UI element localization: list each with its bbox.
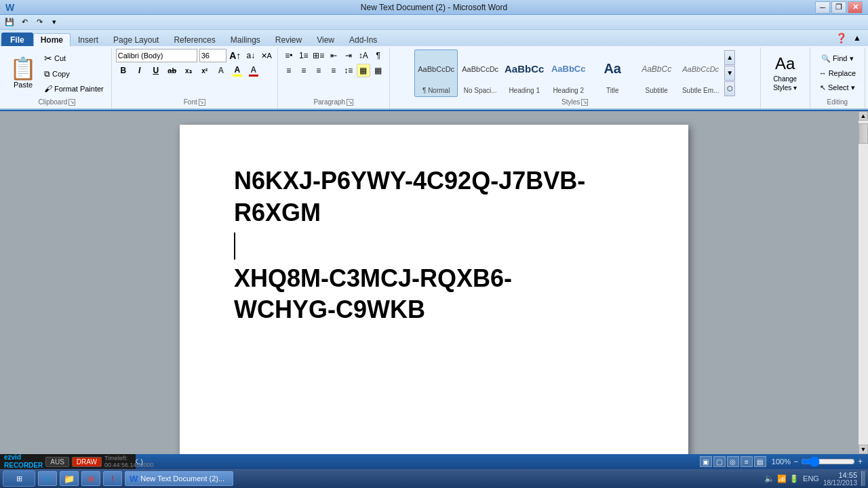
styles-scroll-more[interactable]: ⬡	[724, 81, 735, 96]
tab-references[interactable]: References	[166, 33, 222, 46]
draft-view-button[interactable]: ▤	[754, 456, 766, 467]
clear-formatting-button[interactable]: ✕A	[260, 49, 273, 62]
show-desktop-button[interactable]	[861, 471, 865, 486]
font-name-input[interactable]	[116, 49, 197, 62]
paragraph-row-2: ≡ ≡ ≡ ≡ ↕≡ ▦ ▦	[282, 64, 385, 77]
scroll-down-arrow[interactable]: ▼	[859, 445, 868, 454]
show-marks-button[interactable]: ¶	[372, 49, 385, 62]
font-grow-button[interactable]: A↑	[229, 49, 242, 62]
full-screen-button[interactable]: ▢	[713, 456, 726, 467]
zoom-in-icon[interactable]: +	[858, 457, 863, 466]
align-center-button[interactable]: ≡	[297, 64, 311, 77]
font-color-button[interactable]: A	[246, 64, 261, 77]
select-button[interactable]: ↖ Select ▾	[815, 81, 860, 94]
text-effects-button[interactable]: A	[214, 64, 229, 77]
multilevel-list-button[interactable]: ⊞≡	[312, 49, 326, 62]
customize-qat-button[interactable]: ▾	[47, 16, 61, 28]
style-item-subtitle[interactable]: AaBbCc Subtitle	[635, 49, 678, 97]
decrease-indent-button[interactable]: ⇤	[327, 49, 340, 62]
align-left-button[interactable]: ≡	[282, 64, 296, 77]
change-styles-icon: Aа	[775, 54, 795, 73]
style-item-normal[interactable]: AaBbCcDc ¶ Normal	[414, 49, 458, 97]
print-layout-button[interactable]: ▣	[700, 456, 712, 467]
restore-button[interactable]: ❐	[831, 1, 846, 14]
taskbar-item-ie[interactable]: e	[38, 471, 57, 486]
close-button[interactable]: ✕	[848, 1, 863, 14]
replace-button[interactable]: ↔ Replace	[814, 67, 861, 79]
find-button[interactable]: 🔍 Find ▾	[816, 52, 858, 65]
minimize-button[interactable]: ─	[815, 1, 830, 14]
justify-button[interactable]: ≡	[327, 64, 340, 77]
highlight-color-button[interactable]: A	[230, 64, 245, 77]
undo-qat-button[interactable]: ↶	[18, 16, 31, 28]
borders-button[interactable]: ▦	[372, 64, 385, 77]
styles-expand-icon[interactable]: ↘	[581, 99, 588, 106]
tab-file[interactable]: File	[1, 33, 33, 46]
tab-page-layout[interactable]: Page Layout	[106, 33, 166, 46]
style-item-no-spacing[interactable]: AaBbCcDc No Spaci...	[458, 49, 502, 97]
taskbar-item-explorer[interactable]: 📁	[60, 471, 79, 486]
help-button[interactable]: ❓	[834, 31, 848, 45]
redo-qat-button[interactable]: ↷	[33, 16, 46, 28]
increase-indent-button[interactable]: ⇥	[342, 49, 355, 62]
ribbon-minimize-button[interactable]: ▲	[850, 31, 864, 45]
zoom-slider[interactable]	[801, 458, 855, 466]
paste-button[interactable]: 📋 Paste	[7, 49, 39, 97]
outline-view-button[interactable]: ≡	[741, 456, 753, 467]
ezvid-draw-button[interactable]: DRAW	[72, 457, 102, 467]
style-item-subtle-em[interactable]: AaBbCcDc Subtle Em...	[679, 49, 722, 97]
styles-scroll-up[interactable]: ▲	[724, 50, 735, 65]
strikethrough-button[interactable]: ab	[165, 64, 180, 77]
taskbar-item-task[interactable]: !	[103, 471, 122, 486]
bullets-button[interactable]: ≡•	[282, 49, 296, 62]
subscript-button[interactable]: x₂	[181, 64, 196, 77]
italic-button[interactable]: I	[132, 64, 147, 77]
tab-insert[interactable]: Insert	[71, 33, 106, 46]
numbering-button[interactable]: 1≡	[297, 49, 311, 62]
style-item-title[interactable]: Aa Title	[591, 49, 634, 97]
line-spacing-button[interactable]: ↕≡	[342, 64, 355, 77]
ribbon-group-editing: 🔍 Find ▾ ↔ Replace ↖ Select ▾ Editing	[810, 47, 865, 108]
paragraph-expand-icon[interactable]: ↘	[347, 99, 353, 106]
document-content[interactable]: N6KXJ-P6YWY-4C92Q-J7BVB- R6XGM XHQ8M-C3M…	[234, 165, 634, 326]
paragraph-group-content: ≡• 1≡ ⊞≡ ⇤ ⇥ ↕A ¶ ≡ ≡ ≡ ≡ ↕≡ ▦ ▦	[282, 49, 385, 97]
tab-add-ins[interactable]: Add-Ins	[342, 33, 384, 46]
start-button[interactable]: ⊞	[3, 470, 35, 487]
change-styles-button[interactable]: Aа ChangeStyles ▾	[765, 49, 806, 97]
scroll-thumb[interactable]	[859, 123, 868, 144]
font-expand-icon[interactable]: ↘	[199, 99, 205, 106]
align-right-button[interactable]: ≡	[312, 64, 326, 77]
taskbar-item-word-active[interactable]: W New Text Document (2)...	[125, 471, 233, 486]
paragraph-group-label: Paragraph ↘	[282, 97, 385, 107]
tab-review[interactable]: Review	[268, 33, 309, 46]
font-shrink-button[interactable]: a↓	[244, 49, 258, 62]
tab-home[interactable]: Home	[33, 33, 71, 47]
web-layout-button[interactable]: ◎	[727, 456, 739, 467]
format-painter-button[interactable]: 🖌 Format Painter	[41, 82, 107, 96]
scroll-up-arrow[interactable]: ▲	[859, 111, 868, 121]
superscript-button[interactable]: x²	[197, 64, 212, 77]
ezvid-aus-button[interactable]: AUS	[45, 457, 69, 467]
sort-button[interactable]: ↕A	[357, 49, 370, 62]
style-item-heading2[interactable]: AaBbCc Heading 2	[547, 49, 590, 97]
clipboard-expand-icon[interactable]: ↘	[68, 99, 75, 106]
text-effects-icon: A	[218, 66, 224, 75]
document-page: N6KXJ-P6YWY-4C92Q-J7BVB- R6XGM XHQ8M-C3M…	[180, 125, 688, 454]
shading-button[interactable]: ▦	[357, 64, 370, 77]
zoom-out-icon[interactable]: −	[793, 457, 798, 466]
save-qat-button[interactable]: 💾	[3, 16, 16, 28]
font-size-input[interactable]	[199, 49, 226, 62]
replace-icon: ↔	[819, 69, 827, 77]
clock-time: 14:55	[838, 471, 857, 479]
tab-view[interactable]: View	[309, 33, 342, 46]
bold-button[interactable]: B	[116, 64, 131, 77]
copy-button[interactable]: ⧉ Copy	[41, 67, 107, 81]
language-tray: ENG	[803, 474, 819, 483]
underline-button[interactable]: U	[149, 64, 163, 77]
tab-mailings[interactable]: Mailings	[223, 33, 268, 46]
style-preview-heading2: AaBbCc	[549, 52, 588, 87]
styles-scroll-down[interactable]: ▼	[724, 66, 735, 81]
taskbar-item-chrome[interactable]: ⊕	[81, 471, 100, 486]
style-item-heading1[interactable]: AaBbCc Heading 1	[502, 49, 546, 97]
cut-button[interactable]: ✂ Cut	[41, 51, 107, 66]
